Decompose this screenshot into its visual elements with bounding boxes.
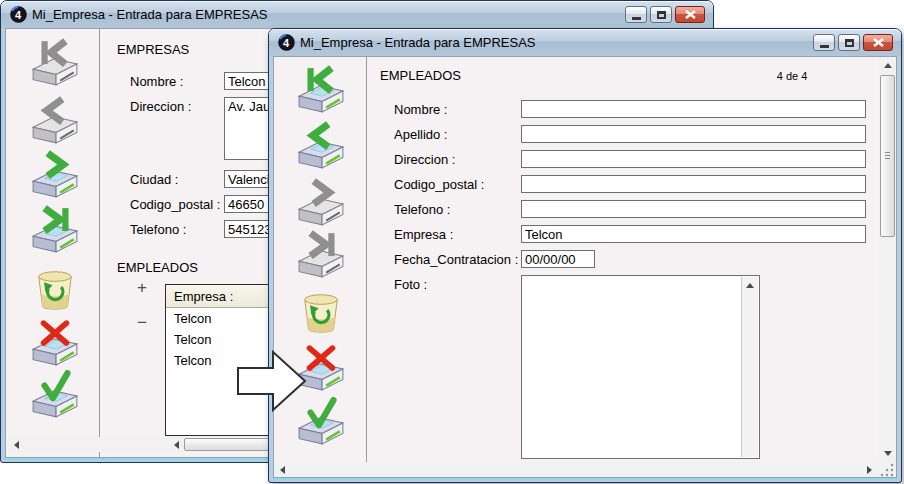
field-label-ciudad: Ciudad : [130,172,178,187]
remove-row-button[interactable]: − [132,313,152,333]
window-title: Mi_Empresa - Entrada para EMPRESAS [32,7,268,22]
next-record-button[interactable] [26,149,84,201]
scroll-up-button[interactable] [880,58,895,73]
add-row-button[interactable]: + [132,278,152,298]
close-button[interactable] [675,6,705,23]
app-4d-icon [278,34,295,51]
previous-record-icon [28,96,82,146]
vertical-scrollbar-thumb[interactable] [880,75,895,237]
last-record-icon [28,205,82,255]
next-record-button[interactable] [292,177,350,229]
horizontal-scrollbar[interactable] [274,462,878,477]
field-label-direccion: Direccion : [130,99,191,114]
field-label-telefono: Telefono : [130,222,186,237]
field-label-codigo-postal: Codigo_postal : [394,177,484,192]
maximize-icon [845,39,854,47]
toolbar-divider [366,57,367,462]
minimize-button[interactable] [813,34,835,51]
telefono-input[interactable] [521,200,866,218]
form-title: EMPRESAS [117,42,189,57]
fecha-contratacion-input[interactable] [521,250,595,268]
listbox-scroll-left-button[interactable] [169,437,184,452]
cancel-button[interactable] [26,317,84,369]
field-label-empresa: Empresa : [394,227,453,242]
foto-field[interactable] [521,275,760,459]
previous-record-button[interactable] [292,120,350,172]
field-label-fecha-contratacion: Fecha_Contratacion : [394,252,518,267]
previous-record-button[interactable] [26,95,84,147]
subform-title: EMPLEADOS [117,260,198,275]
direccion-input[interactable] [521,150,866,168]
cancel-icon [28,318,82,368]
last-record-icon [294,230,348,280]
arrow-up-icon [746,283,754,288]
vertical-scrollbar[interactable] [879,57,896,462]
maximize-button[interactable] [838,34,860,51]
resize-grip-icon [880,462,895,477]
arrow-left-icon [280,466,285,474]
delete-record-button[interactable] [26,263,84,315]
scroll-left-button[interactable] [9,437,24,452]
scroll-down-button[interactable] [880,446,895,461]
field-label-nombre: Nombre : [130,74,183,89]
arrow-right-icon [867,466,872,474]
delete-record-icon [30,266,80,312]
codigo-postal-input[interactable] [521,175,866,193]
field-label-foto: Foto : [394,277,427,292]
next-record-icon [294,178,348,228]
first-record-icon [294,65,348,115]
close-icon [685,10,696,19]
titlebar-empresas[interactable]: Mi_Empresa - Entrada para EMPRESAS [1,1,713,28]
maximize-button[interactable] [650,6,672,23]
form-title: EMPLEADOS [380,68,461,83]
field-label-direccion: Direccion : [394,152,455,167]
field-label-apellido: Apellido : [394,127,447,142]
next-record-icon [28,150,82,200]
close-icon [873,38,884,47]
field-label-telefono: Telefono : [394,202,450,217]
empresa-input[interactable] [521,225,866,243]
arrow-left-icon [174,441,179,449]
window-title: Mi_Empresa - Entrada para EMPRESAS [300,35,536,50]
arrow-up-icon [884,63,892,68]
previous-record-icon [294,121,348,171]
app-4d-icon [10,6,27,23]
thumb-grip [885,152,890,159]
minimize-icon [632,17,641,20]
last-record-button[interactable] [292,229,350,281]
empleados-form-area: EMPLEADOS 4 de 4 Nombre : Apellido : Dir… [273,56,897,478]
scroll-right-button[interactable] [862,462,877,477]
scroll-left-button[interactable] [275,462,290,477]
accept-icon [28,370,82,420]
titlebar-empleados[interactable]: Mi_Empresa - Entrada para EMPRESAS [269,29,901,56]
accept-button[interactable] [26,369,84,421]
last-record-button[interactable] [26,204,84,256]
foto-scroll-up-button[interactable] [742,278,757,292]
maximize-icon [657,11,666,19]
nombre-input[interactable] [521,100,866,118]
transition-arrow-icon [236,350,308,412]
toolbar-divider [99,29,100,457]
arrow-left-icon [14,441,19,449]
field-label-nombre: Nombre : [394,102,447,117]
close-button[interactable] [863,34,893,51]
delete-record-button[interactable] [292,286,350,338]
foto-scrollbar[interactable] [741,277,758,457]
minimize-button[interactable] [625,6,647,23]
delete-record-icon [296,289,346,335]
arrow-down-icon [884,451,892,456]
field-label-codigo-postal: Codigo_postal : [130,197,220,212]
first-record-icon [28,38,82,88]
window-empleados: Mi_Empresa - Entrada para EMPRESAS [268,28,902,483]
resize-grip[interactable] [878,462,896,477]
record-counter: 4 de 4 [757,70,827,82]
first-record-button[interactable] [292,64,350,116]
minimize-icon [820,45,829,48]
apellido-input[interactable] [521,125,866,143]
first-record-button[interactable] [26,37,84,89]
